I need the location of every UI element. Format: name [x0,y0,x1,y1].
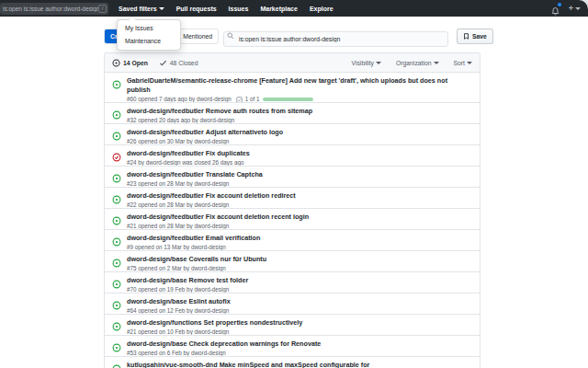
issue-title-link[interactable]: Fix duplicates [206,149,250,157]
issue-row: dword-design/feedbutler Email verificati… [105,230,480,251]
nav-issues[interactable]: Issues [229,6,249,12]
issue-repo-link[interactable]: dword-design/functions [127,318,201,327]
issue-opened-icon [112,132,121,141]
issue-meta: #9 opened on 13 Mar by dword-design [127,244,459,251]
notification-dot [558,3,561,6]
issue-repo-link[interactable]: kutlugsahin/vue-smooth-dnd [127,361,218,368]
issue-repo-link[interactable]: dword-design/base [127,255,187,263]
issue-repo-link[interactable]: dword-design/feedbutler [127,107,204,115]
issue-title-link[interactable]: Fix account deletion redirect [206,191,296,200]
issue-row: dword-design/feedbutler Fix account dele… [105,188,480,209]
create-new-button[interactable]: + [569,5,581,13]
issue-opened-icon [112,237,121,247]
issue-opened-icon [112,195,121,204]
chevron-down-icon [159,7,164,10]
issue-title-link[interactable]: Eslint autofix [189,297,231,305]
issue-repo-link[interactable]: GabrielDuarteM/semantic-release-chrome [127,76,257,85]
visibility-filter[interactable]: Visibility [352,60,381,66]
dropdown-item-my-issues[interactable]: My Issues [118,22,180,35]
issue-opened-icon [112,59,120,67]
issue-title-link[interactable]: Remove auth routes from sitemap [206,107,312,115]
issue-opened-icon [112,216,121,225]
nav-saved-filters[interactable]: Saved filters [119,6,164,12]
issue-meta: #24 by dword-design was closed 26 days a… [127,159,459,167]
issue-opened-icon [112,364,121,368]
issues-search-input[interactable] [223,31,448,47]
issue-row: dword-design/feedbutler Fix duplicates #… [105,145,480,167]
issue-repo-link[interactable]: dword-design/feedbutler [127,128,204,136]
issue-repo-link[interactable]: dword-design/base [127,276,187,284]
bookmark-icon [463,32,469,40]
global-search-input[interactable] [0,6,98,12]
issue-repo-link[interactable]: dword-design/feedbutler [127,191,204,200]
nav-marketplace[interactable]: Marketplace [260,6,297,12]
issue-repo-link[interactable]: dword-design/feedbutler [127,170,204,178]
dropdown-item-maintenance[interactable]: Maintenance [118,35,180,48]
issue-repo-link[interactable]: dword-design/feedbutler [127,234,204,242]
chevron-down-icon [434,62,439,64]
issue-list-header: 14 Open 48 Closed Visibility Organizatio… [105,53,480,73]
issues-search [223,29,448,44]
plus-icon: + [569,5,573,13]
issue-title-link[interactable]: Set properties nondestructively [203,318,302,327]
issue-row: GabrielDuarteM/semantic-release-chrome [… [105,73,480,103]
issue-opened-icon [112,259,121,268]
issue-title-link[interactable]: Fix account deletion recent login [206,213,309,221]
global-nav: Saved filters Pull requests Issues Marke… [119,6,334,12]
issue-row: dword-design/functions Set properties no… [105,315,480,336]
chevron-down-icon [467,62,472,64]
issue-row: dword-design/base Coveralls nur für Ubun… [105,251,480,272]
issue-row: kutlugsahin/vue-smooth-dnd Make minSpeed… [105,357,480,368]
global-header: / Saved filters Pull requests Issues Mar… [0,0,588,17]
issue-list-container: 14 Open 48 Closed Visibility Organizatio… [104,52,481,368]
task-progress: 1 of 1 [236,96,313,103]
issue-meta: #21 opened on 10 Feb by dword-design [127,328,459,336]
issue-title-link[interactable]: Make minSpeed and maxSpeed configurable … [220,361,370,368]
open-issues-filter[interactable]: 14 Open [112,59,148,67]
issue-meta: #53 opened on 6 Feb by dword-design [127,350,459,357]
organization-filter[interactable]: Organization [396,60,439,66]
nav-explore[interactable]: Explore [310,6,334,12]
issue-closed-icon [112,153,121,162]
chevron-down-icon [376,62,381,64]
issue-meta: #32 opened 20 days ago by dword-design [127,117,459,124]
issue-title-link[interactable]: Remove test folder [189,276,249,284]
issue-opened-icon [112,343,121,352]
issue-title-link[interactable]: Email verification [206,234,261,242]
save-filter-button[interactable]: Save [457,29,493,44]
issue-row: dword-design/feedbutler Fix account dele… [105,209,480,230]
issue-title-link[interactable]: Translate Captcha [206,170,263,178]
nav-pull-requests[interactable]: Pull requests [176,6,217,12]
issue-meta: #70 opened on 19 Feb by dword-design [127,286,459,293]
issue-opened-icon [112,322,121,331]
chevron-down-icon [575,7,581,10]
issue-opened-icon [112,110,121,120]
issue-opened-icon [112,301,121,310]
checklist-icon [236,97,243,103]
issue-title-link[interactable]: Adjust alternativeto logo [206,128,283,136]
issue-title-link[interactable]: Check deprecation warnings for Renovate [189,339,322,348]
issue-row: dword-design/feedbutler Translate Captch… [105,167,480,188]
list-filter-menus: Visibility Organization Sort [352,60,472,66]
issue-repo-link[interactable]: dword-design/base [127,297,187,305]
header-right-icons: + [550,4,581,14]
sort-filter[interactable]: Sort [454,60,472,66]
saved-filters-dropdown: My Issues Maintenance [117,19,181,51]
task-progress-bar [263,98,313,101]
notifications-bell-icon[interactable] [550,4,560,14]
tab-mentioned[interactable]: Mentioned [176,29,218,43]
search-icon [227,32,234,40]
issue-row: dword-design/feedbutler Remove auth rout… [105,103,480,124]
issue-repo-link[interactable]: dword-design/base [127,339,187,348]
issue-row: dword-design/base Eslint autofix #64 ope… [105,293,480,315]
issue-meta: #75 opened on 2 Mar by dword-design [127,265,459,272]
issue-title-link[interactable]: Coveralls nur für Ubuntu [189,255,267,263]
global-search[interactable]: / [0,3,108,15]
closed-issues-filter[interactable]: 48 Closed [159,59,198,67]
issue-row: dword-design/feedbutler Adjust alternati… [105,124,480,145]
issue-opened-icon [112,80,121,89]
issue-repo-link[interactable]: dword-design/feedbutler [127,213,204,221]
slash-shortcut-badge: / [98,5,107,13]
issue-row: dword-design/base Remove test folder #70… [105,272,480,293]
issue-repo-link[interactable]: dword-design/feedbutler [127,149,204,157]
